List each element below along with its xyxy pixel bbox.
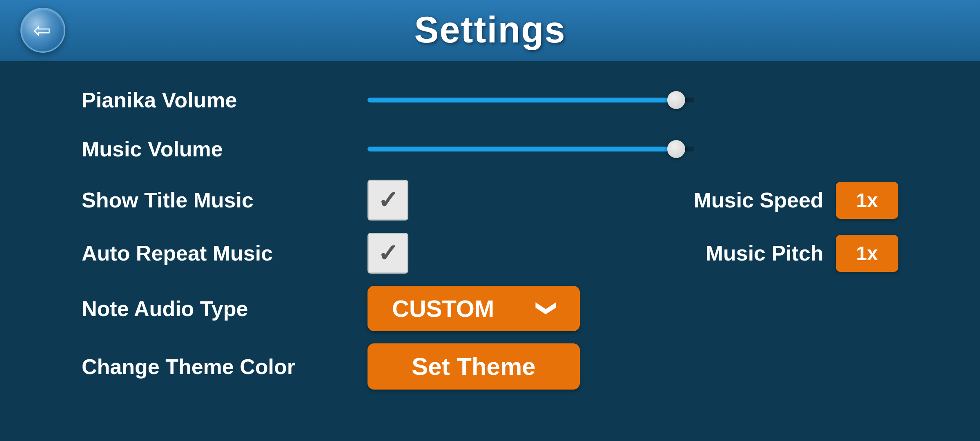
show-title-music-group: ✓ Music Speed 1x bbox=[335, 180, 898, 220]
music-volume-track[interactable] bbox=[368, 147, 694, 151]
note-audio-type-value: CUSTOM bbox=[392, 295, 494, 322]
auto-repeat-music-checkbox[interactable]: ✓ bbox=[368, 233, 408, 274]
note-audio-type-label: Note Audio Type bbox=[82, 296, 335, 321]
music-volume-fill bbox=[368, 147, 678, 151]
auto-repeat-music-row: Auto Repeat Music ✓ Music Pitch 1x bbox=[82, 233, 898, 274]
auto-repeat-music-label: Auto Repeat Music bbox=[82, 241, 335, 265]
back-button[interactable]: ⇦ bbox=[20, 8, 65, 53]
music-speed-label: Music Speed bbox=[694, 188, 824, 212]
pianika-volume-thumb[interactable] bbox=[667, 91, 685, 109]
music-pitch-control: Music Pitch 1x bbox=[706, 235, 898, 272]
music-volume-thumb[interactable] bbox=[667, 140, 685, 158]
chevron-down-icon: ❯ bbox=[536, 301, 559, 317]
pianika-volume-slider-container bbox=[335, 98, 898, 102]
checkmark-icon-2: ✓ bbox=[378, 239, 398, 267]
note-audio-type-row: Note Audio Type CUSTOM ❯ bbox=[82, 286, 898, 331]
show-title-music-row: Show Title Music ✓ Music Speed 1x bbox=[82, 180, 898, 220]
pianika-volume-label: Pianika Volume bbox=[82, 88, 335, 112]
auto-repeat-music-group: ✓ Music Pitch 1x bbox=[335, 233, 898, 274]
settings-content: Pianika Volume Music Volume Show Title M… bbox=[0, 61, 980, 410]
change-theme-color-row: Change Theme Color Set Theme bbox=[82, 343, 898, 390]
pianika-volume-fill bbox=[368, 98, 678, 102]
pianika-volume-track[interactable] bbox=[368, 98, 694, 102]
music-speed-button[interactable]: 1x bbox=[836, 182, 898, 219]
show-title-music-checkbox[interactable]: ✓ bbox=[368, 180, 408, 220]
set-theme-container: Set Theme bbox=[335, 343, 898, 390]
set-theme-button[interactable]: Set Theme bbox=[368, 343, 580, 390]
page-title: Settings bbox=[414, 9, 566, 51]
note-audio-type-dropdown[interactable]: CUSTOM ❯ bbox=[368, 286, 580, 331]
music-volume-label: Music Volume bbox=[82, 137, 335, 161]
change-theme-color-label: Change Theme Color bbox=[82, 354, 335, 379]
show-title-music-label: Show Title Music bbox=[82, 188, 335, 212]
music-pitch-label: Music Pitch bbox=[706, 241, 824, 265]
music-volume-row: Music Volume bbox=[82, 131, 898, 167]
music-pitch-button[interactable]: 1x bbox=[836, 235, 898, 272]
music-speed-control: Music Speed 1x bbox=[694, 182, 898, 219]
checkmark-icon: ✓ bbox=[378, 186, 398, 214]
back-arrow-icon: ⇦ bbox=[33, 20, 51, 41]
header: ⇦ Settings bbox=[0, 0, 980, 61]
music-volume-slider-container bbox=[335, 147, 898, 151]
note-audio-type-container: CUSTOM ❯ bbox=[335, 286, 898, 331]
pianika-volume-row: Pianika Volume bbox=[82, 82, 898, 118]
